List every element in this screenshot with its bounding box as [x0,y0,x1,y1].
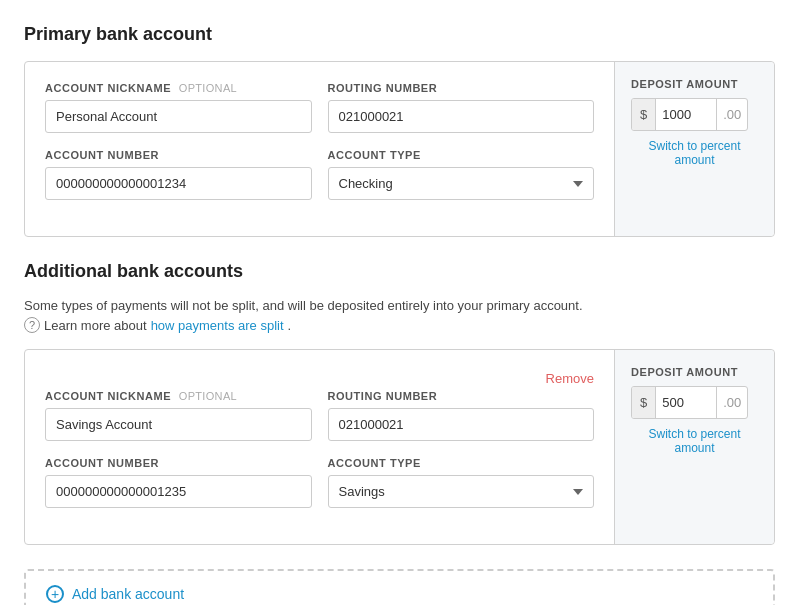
learn-more-link[interactable]: how payments are split [151,318,284,333]
additional-deposit-amount-input[interactable] [656,387,716,418]
additional-switch-to-percent[interactable]: Switch to percent amount [631,427,758,455]
additional-deposit-currency: $ [632,387,656,418]
primary-section-title: Primary bank account [24,24,775,45]
primary-account-number-group: ACCOUNT NUMBER [45,149,312,200]
primary-routing-label: ROUTING NUMBER [328,82,595,94]
additional-deposit-cents: .00 [716,387,747,418]
primary-routing-input[interactable] [328,100,595,133]
primary-account-type-group: ACCOUNT TYPE Checking Savings [328,149,595,200]
primary-nickname-group: ACCOUNT NICKNAME OPTIONAL [45,82,312,133]
remove-account-button[interactable]: Remove [546,371,594,386]
learn-more-prefix: Learn more about [44,318,147,333]
additional-account-number-group: ACCOUNT NUMBER [45,457,312,508]
primary-account-number-input[interactable] [45,167,312,200]
primary-switch-to-percent[interactable]: Switch to percent amount [631,139,758,167]
additional-routing-label: ROUTING NUMBER [328,390,595,402]
primary-account-type-select[interactable]: Checking Savings [328,167,595,200]
primary-top-row: ACCOUNT NICKNAME OPTIONAL ROUTING NUMBER [45,82,594,133]
add-bank-account-label: Add bank account [72,586,184,602]
additional-card: Remove ACCOUNT NICKNAME OPTIONAL ROUTING… [24,349,775,545]
primary-deposit-amount-input[interactable] [656,99,716,130]
additional-section-title: Additional bank accounts [24,261,775,282]
primary-deposit-cents: .00 [716,99,747,130]
additional-fields: Remove ACCOUNT NICKNAME OPTIONAL ROUTING… [45,370,614,524]
additional-top-row: ACCOUNT NICKNAME OPTIONAL ROUTING NUMBER [45,390,594,441]
help-icon[interactable]: ? [24,317,40,333]
primary-nickname-input[interactable] [45,100,312,133]
additional-nickname-group: ACCOUNT NICKNAME OPTIONAL [45,390,312,441]
additional-account-number-label: ACCOUNT NUMBER [45,457,312,469]
primary-nickname-optional: OPTIONAL [179,82,237,94]
primary-deposit-currency: $ [632,99,656,130]
additional-routing-group: ROUTING NUMBER [328,390,595,441]
additional-account-type-group: ACCOUNT TYPE Checking Savings [328,457,595,508]
additional-deposit-input-row: $ .00 [631,386,748,419]
additional-routing-input[interactable] [328,408,595,441]
learn-more-suffix: . [288,318,292,333]
additional-bottom-row: ACCOUNT NUMBER ACCOUNT TYPE Checking Sav… [45,457,594,508]
primary-deposit-label: DEPOSIT AMOUNT [631,78,738,90]
primary-account-type-label: ACCOUNT TYPE [328,149,595,161]
additional-deposit-label: DEPOSIT AMOUNT [631,366,738,378]
learn-more-row: ? Learn more about how payments are spli… [24,317,775,333]
additional-account-number-input[interactable] [45,475,312,508]
additional-account-type-select[interactable]: Checking Savings [328,475,595,508]
primary-bottom-row: ACCOUNT NUMBER ACCOUNT TYPE Checking Sav… [45,149,594,200]
primary-deposit-panel: DEPOSIT AMOUNT $ .00 Switch to percent a… [614,62,774,236]
additional-nickname-input[interactable] [45,408,312,441]
plus-circle-icon: + [46,585,64,603]
primary-nickname-label: ACCOUNT NICKNAME OPTIONAL [45,82,312,94]
additional-deposit-panel: DEPOSIT AMOUNT $ .00 Switch to percent a… [614,350,774,544]
primary-card: ACCOUNT NICKNAME OPTIONAL ROUTING NUMBER… [24,61,775,237]
additional-nickname-optional: OPTIONAL [179,390,237,402]
additional-nickname-label: ACCOUNT NICKNAME OPTIONAL [45,390,312,402]
add-bank-account-button[interactable]: + Add bank account [24,569,775,605]
primary-routing-group: ROUTING NUMBER [328,82,595,133]
additional-account-type-label: ACCOUNT TYPE [328,457,595,469]
primary-deposit-input-row: $ .00 [631,98,748,131]
primary-fields: ACCOUNT NICKNAME OPTIONAL ROUTING NUMBER… [45,82,614,216]
primary-account-number-label: ACCOUNT NUMBER [45,149,312,161]
additional-info-text: Some types of payments will not be split… [24,298,775,313]
additional-section: Additional bank accounts Some types of p… [24,261,775,605]
